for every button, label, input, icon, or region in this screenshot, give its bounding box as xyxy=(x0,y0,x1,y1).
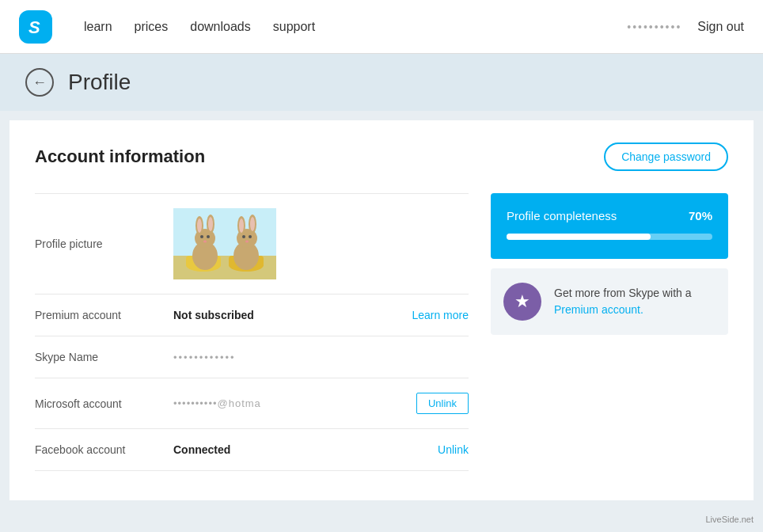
svg-point-22 xyxy=(250,217,255,231)
profile-picture-row: Profile picture xyxy=(35,193,469,294)
right-column: Profile completeness 70% ★ Get more from… xyxy=(491,193,728,471)
nav-right: •••••••••• Sign out xyxy=(627,20,744,34)
svg-point-23 xyxy=(242,235,245,238)
premium-account-link[interactable]: Premium account. xyxy=(554,303,643,316)
section-title: Account information xyxy=(35,146,205,167)
svg-point-25 xyxy=(245,241,249,243)
profile-picture-label: Profile picture xyxy=(35,238,158,250)
left-column: Profile picture xyxy=(35,193,469,471)
completeness-percentage: 70% xyxy=(689,209,712,222)
svg-point-16 xyxy=(203,241,207,243)
microsoft-unlink-button[interactable]: Unlink xyxy=(416,393,469,414)
microsoft-account-row: Microsoft account ••••••••••@hotma Unlin… xyxy=(35,378,469,429)
svg-point-15 xyxy=(207,235,210,238)
progress-bar-background xyxy=(507,234,712,240)
microsoft-account-value: ••••••••••@hotma xyxy=(173,397,400,409)
main-content: Account information Change password Prof… xyxy=(9,120,754,500)
premium-account-row: Premium account Not subscribed Learn mor… xyxy=(35,294,469,336)
page-title: Profile xyxy=(68,70,131,95)
premium-promo-card: ★ Get more from Skype with a Premium acc… xyxy=(491,268,728,335)
nav-link-support[interactable]: support xyxy=(273,20,315,34)
progress-bar-fill xyxy=(507,234,651,240)
learn-more-link[interactable]: Learn more xyxy=(412,309,469,321)
completeness-header: Profile completeness 70% xyxy=(507,209,712,222)
skype-logo-icon: S xyxy=(19,10,52,44)
svg-text:S: S xyxy=(28,17,40,37)
facebook-unlink-link[interactable]: Unlink xyxy=(438,443,469,456)
top-nav: S learn prices downloads support •••••••… xyxy=(0,0,763,54)
back-button[interactable]: ← xyxy=(25,68,54,97)
svg-point-13 xyxy=(208,217,213,231)
skype-logo: S xyxy=(19,10,52,44)
nav-link-downloads[interactable]: downloads xyxy=(190,20,251,34)
change-password-button[interactable]: Change password xyxy=(604,142,728,171)
svg-point-14 xyxy=(200,235,203,238)
premium-promo-text: Get more from Skype with a Premium accou… xyxy=(554,285,716,318)
facebook-account-row: Facebook account Connected Unlink xyxy=(35,429,469,471)
sign-out-button[interactable]: Sign out xyxy=(697,20,744,34)
completeness-card: Profile completeness 70% xyxy=(491,193,728,259)
watermark: LiveSide.net xyxy=(0,510,763,529)
skype-name-value: •••••••••••• xyxy=(173,352,469,363)
skype-name-row: Skype Name •••••••••••• xyxy=(35,336,469,378)
premium-account-label: Premium account xyxy=(35,309,158,321)
premium-star-icon: ★ xyxy=(503,283,541,321)
nav-link-learn[interactable]: learn xyxy=(84,20,112,34)
premium-text-before: Get more from Skype with a xyxy=(554,287,692,299)
nav-link-prices[interactable]: prices xyxy=(135,20,169,34)
skype-name-label: Skype Name xyxy=(35,351,158,363)
svg-point-24 xyxy=(249,235,252,238)
svg-point-12 xyxy=(197,218,202,233)
content-columns: Profile picture xyxy=(35,193,728,471)
microsoft-account-label: Microsoft account xyxy=(35,397,158,410)
account-info-header: Account information Change password xyxy=(35,142,728,171)
facebook-account-label: Facebook account xyxy=(35,443,158,456)
premium-account-value: Not subscribed xyxy=(173,309,380,321)
profile-picture[interactable] xyxy=(173,208,276,279)
profile-header-bar: ← Profile xyxy=(0,54,763,111)
svg-point-21 xyxy=(239,218,244,233)
completeness-label: Profile completeness xyxy=(507,209,617,222)
nav-links: learn prices downloads support xyxy=(84,20,627,34)
facebook-account-value: Connected xyxy=(173,443,406,456)
nav-username: •••••••••• xyxy=(627,21,681,33)
